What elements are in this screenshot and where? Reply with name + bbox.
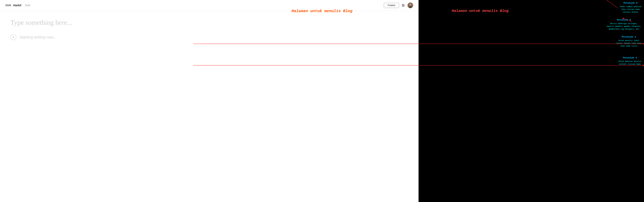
content-row: + Starting writing now... [10,34,408,40]
blog-content: Type something here... + Starting writin… [0,11,418,202]
arrow-petunjuk5 [601,0,618,8]
avatar-image [408,2,413,8]
svg-point-7 [410,4,412,6]
settings-button[interactable] [402,4,405,7]
content-input-area[interactable]: Starting writing now... [20,34,56,39]
draft-label: Draft [25,4,30,7]
annotation-petunjuk4: Petunjuk 4 Untuk memulai menuliscontent … [618,56,642,66]
petunjuk5-title: Petunjuk 5 [620,1,642,5]
navbar: SMK Harkit Draft Publish [0,0,418,11]
sliders-icon [402,4,405,7]
svg-point-5 [403,6,403,7]
svg-point-3 [402,4,403,5]
svg-point-8 [409,6,412,8]
arrow-petunjuk4 [193,65,644,65]
brand-smk: SMK [5,4,12,7]
petunjuk4-title: Petunjuk 4 [618,56,642,60]
publish-button[interactable]: Publish [384,3,399,8]
petunjuk6-title: Petunjuk 6 [606,18,642,22]
annotation-petunjuk3: Petunjuk 3 Untuk menulis judulsesuai den… [616,35,642,47]
annotation-panel: Halaman untuk menulis Blog Petunjuk 5 Te… [418,0,644,202]
page-title-annotation: Halaman untuk menulis Blog [452,9,509,13]
avatar[interactable] [407,2,413,8]
add-block-button[interactable]: + [10,34,16,40]
brand-harkit: Harkit [13,4,21,7]
petunjuk4-body: Untuk memulai menuliscontent tulisan kam… [618,60,642,66]
petunjuk3-body: Untuk menulis judulsesuai dengan tema ya… [616,39,642,47]
annotation-petunjuk6: Petunjuk 6 Berisi beberapa setingan,sepe… [606,18,642,31]
petunjuk5-body: Tekan tombol publishJika tulisan kamusel… [620,5,642,14]
arrow-petunjuk3 [193,44,644,44]
navbar-right: Publish [384,2,413,8]
petunjuk3-title: Petunjuk 3 [616,35,642,39]
brand-logo: SMK Harkit [5,4,21,7]
title-input-area[interactable]: Type something here... [10,19,408,26]
annotation-petunjuk5: Petunjuk 5 Tekan tombol publishJika tuli… [620,1,642,14]
svg-point-4 [404,5,404,6]
petunjuk6-body: Berisi beberapa setingan,seperti memberi… [606,22,642,31]
